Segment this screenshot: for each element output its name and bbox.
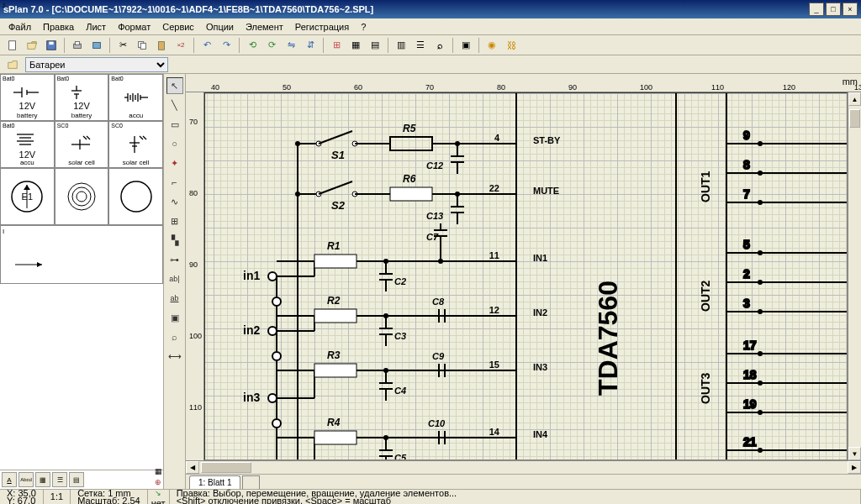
redo-icon[interactable]: ↷ bbox=[217, 37, 235, 54]
palette-tool-a[interactable]: A bbox=[2, 472, 17, 487]
palette-item-solar2[interactable]: SC0 solar cell bbox=[108, 121, 163, 168]
palette-item-battery2[interactable]: Bat0 12V battery bbox=[55, 74, 109, 121]
copy-icon[interactable] bbox=[133, 37, 151, 54]
svg-point-223 bbox=[272, 419, 281, 428]
palette-item-source[interactable]: E1 bbox=[0, 168, 55, 225]
flip-h-icon[interactable]: ⇋ bbox=[282, 37, 300, 54]
rotate-right-icon[interactable]: ⟳ bbox=[262, 37, 281, 54]
tool-rect-icon[interactable]: ▭ bbox=[166, 116, 183, 133]
palette-item-battery1[interactable]: Bat0 12V battery bbox=[0, 74, 55, 121]
svg-text:22: 22 bbox=[489, 183, 499, 193]
tool-text-icon[interactable]: ab bbox=[166, 290, 183, 307]
svg-rect-168 bbox=[314, 309, 357, 323]
drawing-toolbar: ↖ ╲ ▭ ○ ✦ ⌐ ∿ ⊞ ▚ ⊶ ab| ab ▣ ⌕ ⟷ bbox=[164, 74, 186, 489]
horizontal-scrollbar[interactable]: ◀ ▶ bbox=[186, 460, 861, 474]
svg-text:19: 19 bbox=[743, 397, 757, 411]
maximize-button[interactable]: □ bbox=[826, 3, 841, 16]
flip-v-icon[interactable]: ⇵ bbox=[301, 37, 320, 54]
menu-file[interactable]: Файл bbox=[3, 20, 36, 34]
tool-image-icon[interactable]: ▣ bbox=[166, 309, 183, 326]
list-icon[interactable]: ☰ bbox=[411, 37, 430, 54]
sheet-tab-add[interactable] bbox=[242, 475, 260, 489]
palette-tool-grid2-icon[interactable]: ☰ bbox=[52, 472, 67, 487]
title-bar: sPlan 7.0 - [C:\DOCUME~1\7922~1\0016~1\A… bbox=[0, 0, 861, 18]
svg-point-141 bbox=[295, 192, 300, 197]
search-icon[interactable]: ⌕ bbox=[430, 37, 449, 54]
svg-point-43 bbox=[121, 181, 151, 212]
menu-element[interactable]: Элемент bbox=[240, 20, 288, 34]
new-icon[interactable] bbox=[3, 37, 22, 54]
svg-text:MUTE: MUTE bbox=[533, 186, 559, 196]
palette-item-circle[interactable] bbox=[108, 168, 163, 225]
palette-tool-grid1-icon[interactable]: ▦ bbox=[35, 472, 50, 487]
status-tools: ▦ ⊕ ↘ нет ∠ 15° bbox=[148, 490, 170, 504]
svg-point-140 bbox=[295, 141, 300, 146]
tool-bezier-icon[interactable]: ∿ bbox=[166, 193, 183, 210]
svg-text:R3: R3 bbox=[327, 349, 341, 361]
rotate-left-icon[interactable]: ⟲ bbox=[243, 37, 261, 54]
tool-special-icon[interactable]: ⊞ bbox=[166, 213, 183, 229]
tool-measure-icon[interactable]: ⟷ bbox=[166, 348, 183, 365]
tool-pointer-icon[interactable]: ↖ bbox=[166, 77, 183, 94]
copy2-icon[interactable]: ×2 bbox=[172, 37, 190, 54]
component-palette: Bat0 12V battery Bat0 12V battery Bat0 a… bbox=[0, 74, 164, 489]
schematic-canvas[interactable]: TDA7560 OUT1 OUT2 OUT3 JT14 9 8 7 5 2 3 bbox=[204, 92, 848, 460]
menu-options[interactable]: Опции bbox=[201, 20, 239, 34]
svg-text:C13: C13 bbox=[426, 211, 443, 221]
library-select[interactable]: Батареи bbox=[25, 57, 168, 72]
help-icon[interactable]: ◉ bbox=[483, 37, 501, 54]
print-icon[interactable] bbox=[68, 37, 87, 54]
palette-tool-abcd[interactable]: Abcd bbox=[18, 472, 34, 487]
properties-icon[interactable]: ▣ bbox=[457, 37, 475, 54]
tool-zoom-icon[interactable]: ⌕ bbox=[166, 328, 183, 345]
svg-rect-4 bbox=[75, 41, 79, 45]
tool-circle-icon[interactable]: ○ bbox=[166, 135, 183, 152]
folder-icon[interactable] bbox=[3, 56, 22, 73]
sheet-tab-1[interactable]: 1: Blatt 1 bbox=[189, 475, 240, 489]
svg-text:12: 12 bbox=[489, 305, 499, 315]
paste-icon[interactable] bbox=[152, 37, 171, 54]
tool-poly-icon[interactable]: ⌐ bbox=[166, 174, 183, 191]
menu-format[interactable]: Формат bbox=[113, 20, 156, 34]
grid-toggle-icon[interactable]: ▦ bbox=[151, 467, 165, 476]
minimize-button[interactable]: _ bbox=[809, 3, 824, 16]
menu-edit[interactable]: Правка bbox=[38, 20, 79, 34]
tool-connect-icon[interactable]: ⊶ bbox=[166, 251, 183, 268]
svg-text:21: 21 bbox=[743, 435, 757, 449]
auto-number-icon[interactable]: ▥ bbox=[392, 37, 410, 54]
vertical-scrollbar[interactable]: ▲ ▼ bbox=[848, 92, 861, 460]
link-icon[interactable]: ⛓ bbox=[502, 37, 520, 54]
svg-text:R5: R5 bbox=[403, 123, 416, 134]
palette-tool-grid3-icon[interactable]: ▤ bbox=[69, 472, 84, 487]
menu-sheet[interactable]: Лист bbox=[81, 20, 111, 34]
menu-register[interactable]: Регистрация bbox=[290, 20, 354, 34]
svg-rect-115 bbox=[390, 137, 432, 150]
snap-icon[interactable]: ⊕ bbox=[151, 478, 165, 487]
svg-text:in1: in1 bbox=[243, 269, 260, 282]
palette-item-accu1[interactable]: Bat0 accu bbox=[108, 74, 163, 121]
status-bar: X: 35,0Y: 67,0 1:1 Сетка: 1 mmМасштаб: 2… bbox=[0, 489, 861, 504]
svg-text:9: 9 bbox=[743, 129, 750, 142]
export-icon[interactable] bbox=[87, 37, 106, 54]
svg-point-164 bbox=[268, 327, 277, 335]
palette-item-accu2[interactable]: Bat0 12V accu bbox=[0, 121, 55, 168]
palette-item-solar1[interactable]: SC0 solar cell bbox=[55, 121, 109, 168]
menu-help[interactable]: ? bbox=[356, 20, 371, 34]
tool-node-icon[interactable]: ✦ bbox=[166, 155, 183, 171]
menu-service[interactable]: Сервис bbox=[157, 20, 199, 34]
window-buttons: _ □ × bbox=[809, 3, 858, 16]
close-button[interactable]: × bbox=[843, 3, 858, 16]
svg-text:4: 4 bbox=[494, 133, 500, 143]
tool-fill-icon[interactable]: ▚ bbox=[166, 232, 183, 249]
save-icon[interactable] bbox=[42, 37, 61, 54]
tool-label-icon[interactable]: ab| bbox=[166, 270, 183, 287]
open-icon[interactable] bbox=[23, 37, 41, 54]
snap2-icon[interactable]: ↘ bbox=[151, 489, 165, 498]
palette-item-spiral[interactable]: J bbox=[55, 168, 109, 225]
tool-line-icon[interactable]: ╲ bbox=[166, 97, 183, 113]
ungroup-icon[interactable]: ▤ bbox=[366, 37, 384, 54]
cut-icon[interactable]: ✂ bbox=[114, 37, 132, 54]
group-icon[interactable]: ▦ bbox=[346, 37, 365, 54]
undo-icon[interactable]: ↶ bbox=[198, 37, 216, 54]
align-icon[interactable]: ⊞ bbox=[327, 37, 346, 54]
